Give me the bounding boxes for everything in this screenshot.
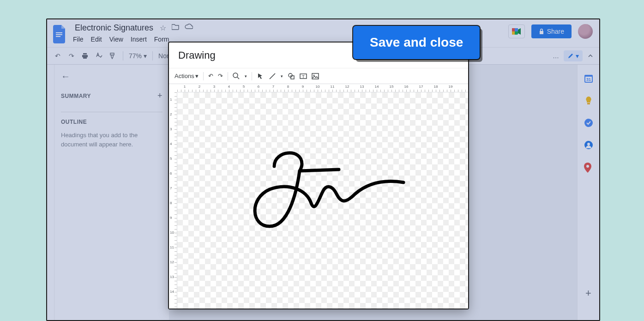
lock-icon bbox=[539, 28, 544, 35]
chevron-down-icon[interactable]: ▾ bbox=[245, 74, 247, 79]
textbox-tool-icon[interactable]: T bbox=[300, 73, 307, 80]
drawing-dialog-title: Drawing bbox=[178, 49, 216, 61]
svg-point-15 bbox=[233, 73, 238, 78]
redo-icon[interactable]: ↷ bbox=[67, 52, 76, 60]
menu-file[interactable]: File bbox=[73, 36, 84, 43]
drawing-dialog: Drawing Actions▾ ↶ ↷ ▾ ▾ T 123456789 bbox=[169, 42, 468, 309]
svg-rect-6 bbox=[515, 28, 518, 31]
svg-point-14 bbox=[586, 165, 589, 168]
paragraph-style-select[interactable]: Nor bbox=[158, 52, 169, 60]
print-icon[interactable] bbox=[81, 52, 90, 60]
vertical-ruler bbox=[47, 65, 54, 320]
document-title[interactable]: Electronic Signatures bbox=[73, 22, 155, 34]
toolbar-more[interactable]: … bbox=[553, 52, 559, 60]
drawing-redo-icon[interactable]: ↷ bbox=[218, 73, 223, 79]
svg-rect-20 bbox=[312, 73, 319, 79]
svg-point-21 bbox=[313, 74, 314, 76]
spellcheck-icon[interactable] bbox=[95, 52, 103, 60]
tasks-icon[interactable] bbox=[584, 118, 593, 127]
drawing-undo-icon[interactable]: ↶ bbox=[208, 73, 213, 79]
menu-view[interactable]: View bbox=[109, 36, 123, 43]
side-panel: 31 + bbox=[577, 65, 599, 320]
collapse-toolbar-icon[interactable] bbox=[587, 53, 594, 59]
maps-icon[interactable] bbox=[584, 163, 593, 172]
svg-rect-1 bbox=[56, 34, 62, 35]
image-tool-icon[interactable] bbox=[312, 73, 319, 80]
svg-rect-0 bbox=[56, 32, 62, 33]
save-and-close-button[interactable]: Save and close bbox=[353, 26, 480, 59]
svg-point-13 bbox=[587, 143, 590, 145]
line-tool-icon[interactable] bbox=[269, 73, 276, 80]
zoom-select[interactable]: 77% ▾ bbox=[129, 52, 147, 60]
paint-format-icon[interactable] bbox=[109, 52, 117, 60]
caret-down-icon: ▾ bbox=[195, 73, 199, 79]
chevron-down-icon[interactable]: ▾ bbox=[281, 74, 283, 79]
outline-sidebar: ← SUMMARY + OUTLINE Headings that you ad… bbox=[54, 65, 169, 320]
shape-tool-icon[interactable] bbox=[288, 73, 295, 80]
share-label: Share bbox=[547, 28, 564, 35]
summary-heading: SUMMARY bbox=[61, 93, 91, 99]
star-icon[interactable]: ☆ bbox=[160, 24, 166, 32]
svg-rect-4 bbox=[512, 28, 515, 31]
undo-icon[interactable]: ↶ bbox=[54, 52, 62, 60]
drawing-canvas[interactable] bbox=[177, 92, 468, 309]
signature-drawing[interactable] bbox=[247, 139, 413, 240]
svg-point-16 bbox=[289, 73, 292, 77]
menu-format[interactable]: Form bbox=[154, 36, 169, 43]
docs-logo-icon[interactable] bbox=[52, 23, 68, 45]
drawing-zoom-icon[interactable] bbox=[233, 73, 240, 80]
select-tool-icon[interactable] bbox=[257, 73, 264, 80]
cloud-status-icon[interactable] bbox=[185, 24, 193, 32]
chevron-down-icon: ▾ bbox=[144, 52, 147, 60]
share-button[interactable]: Share bbox=[531, 24, 572, 38]
svg-text:31: 31 bbox=[586, 77, 590, 82]
calendar-icon[interactable]: 31 bbox=[584, 74, 593, 83]
zoom-value: 77% bbox=[129, 52, 142, 60]
account-avatar[interactable] bbox=[578, 24, 593, 39]
contacts-icon[interactable] bbox=[584, 140, 593, 150]
outline-empty-text: Headings that you add to the document wi… bbox=[61, 131, 163, 149]
meet-button[interactable] bbox=[508, 24, 525, 38]
drawing-actions-menu[interactable]: Actions▾ bbox=[175, 73, 199, 79]
pen-icon bbox=[567, 53, 574, 59]
svg-rect-5 bbox=[512, 31, 515, 35]
outline-heading: OUTLINE bbox=[61, 112, 163, 125]
menu-edit[interactable]: Edit bbox=[91, 36, 102, 43]
menu-insert[interactable]: Insert bbox=[131, 36, 147, 43]
svg-rect-2 bbox=[56, 36, 60, 37]
add-summary-icon[interactable]: + bbox=[157, 91, 163, 101]
menu-bar: File Edit View Insert Form bbox=[73, 36, 193, 43]
svg-rect-17 bbox=[291, 76, 294, 79]
drawing-toolbar: Actions▾ ↶ ↷ ▾ ▾ T bbox=[169, 68, 468, 84]
editing-mode-button[interactable]: ▾ bbox=[564, 50, 583, 61]
keep-icon[interactable] bbox=[584, 96, 593, 105]
chevron-down-icon: ▾ bbox=[576, 52, 579, 60]
svg-rect-10 bbox=[587, 103, 590, 104]
drawing-vertical-ruler: 1234567891011121314 bbox=[169, 92, 177, 309]
svg-text:T: T bbox=[302, 74, 305, 79]
svg-point-11 bbox=[584, 119, 593, 127]
drawing-horizontal-ruler: 12345678910111213141516171819 bbox=[177, 84, 468, 92]
add-addon-icon[interactable]: + bbox=[584, 289, 593, 298]
move-folder-icon[interactable] bbox=[172, 24, 179, 32]
back-arrow-icon[interactable]: ← bbox=[61, 71, 163, 82]
